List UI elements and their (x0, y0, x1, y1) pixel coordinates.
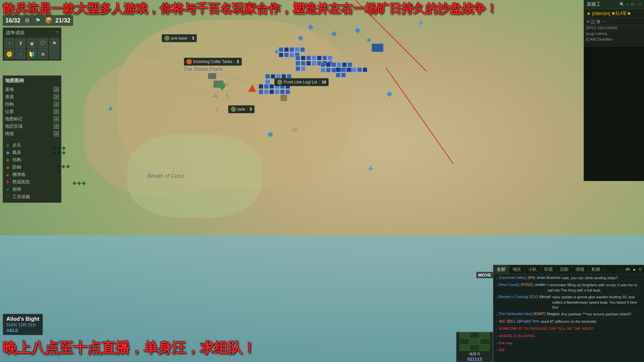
legend-check-intel[interactable]: ✓ (54, 131, 59, 136)
land-patch-3 (127, 134, 262, 218)
chat-tab-region[interactable]: 地区 (509, 265, 525, 274)
legend-check-position[interactable]: ✓ (54, 109, 59, 114)
unit-item-outpost: ● 前哨 (5, 186, 59, 193)
green-cluster-3[interactable] (72, 181, 89, 186)
map-number-1: 1 (216, 107, 218, 112)
unit-item-hospital: ✚ 野战医院 (5, 178, 59, 186)
blue-structure-1[interactable] (372, 44, 383, 52)
chat-msg-2-arrow: ↑ (495, 295, 497, 300)
chat-msg-1-arrow: ↑ (495, 283, 497, 288)
mini-cell-5 (470, 339, 479, 345)
ach-icon-7[interactable]: → (15, 49, 25, 59)
marker-icon-frontline: 📍 (277, 79, 282, 85)
chat-msg-0-player: Jester Busdriver (536, 276, 560, 280)
chat-msg-4-faction: [团队] (507, 319, 516, 324)
faction-icon-btn-4[interactable]: ⋯ (602, 19, 606, 24)
marker-arrow-collie: ↑ (234, 60, 236, 64)
ach-icon-2[interactable]: ⬆ (15, 38, 25, 48)
player-entry-2: [acg] nothing (584, 31, 644, 37)
diamond-10 (387, 92, 392, 97)
marker-front-line[interactable]: 📍 Front Line Logi Lst ↑ 14 (274, 78, 329, 86)
unit-cluster-blue-4[interactable] (335, 67, 369, 78)
legend-item-resource[interactable]: 资源 ✓ (5, 93, 59, 101)
unit-name-structure: 结构 (12, 157, 21, 163)
marker-pve-base[interactable]: 📍 pve base ↑ 3 (162, 34, 197, 42)
mini-map[interactable]: 角阵号 521113 (456, 332, 493, 362)
chat-msg-4-player: 1][Knight] Torre (517, 319, 539, 324)
chat-tab-logistics[interactable]: 后勤 (556, 265, 572, 274)
chat-tab-intel[interactable]: 情报 (572, 265, 588, 274)
diamond-2 (331, 31, 337, 37)
map-structure-1[interactable] (208, 73, 216, 79)
marker-label-collie: Incoming Collie Tanks (193, 59, 232, 64)
marker-tank[interactable]: 📍 tank ↑ 3 (228, 105, 255, 113)
legend-item-map-mark[interactable]: 地图标记 ✓ (5, 115, 59, 123)
chat-msg-1-player: conaller (534, 283, 546, 287)
faction-icon-row: ≡ ◫ ⊞ ⋯ (584, 18, 644, 25)
move-label: MOVE (476, 272, 493, 278)
war-achievement-help[interactable]: ? (56, 30, 58, 36)
ach-icon-9[interactable]: ★ (38, 49, 48, 59)
chat-msg-2-player: Allking4 (539, 295, 551, 299)
chat-msg-5-content: SOMEONE AT CH PASSAGE CAN TELL ME THE WI… (499, 326, 594, 331)
diamond-3 (355, 28, 361, 34)
ach-icon-3[interactable]: ◆ (27, 38, 37, 48)
legend-item-base[interactable]: 基地 ✓ (5, 86, 59, 93)
faction-icon-btn-2[interactable]: ◫ (591, 19, 595, 24)
chat-tab-all[interactable]: 全部 (493, 265, 509, 274)
chat-messages[interactable]: ↑ [Clanshead Valley] [WN] Jester Busdriv… (493, 274, 644, 353)
map-legend-title: 地图图例 (5, 78, 59, 84)
legend-check-region[interactable]: ✓ (54, 124, 59, 129)
faction-icon-btn-1[interactable]: ≡ (587, 19, 589, 24)
ach-icon-1[interactable]: ↑ (4, 38, 14, 48)
player-entry-1: [RPU] 1351418966 (584, 25, 644, 31)
chat-msg-0-faction: [WN] (528, 276, 535, 280)
chat-msg-8-arrow: ↑ (495, 348, 497, 353)
player-entry-3: [CAW] DearMan (584, 37, 644, 42)
chat-msg-5: ↑ SOMEONE AT CH PASSAGE CAN TELL ME THE … (493, 325, 644, 333)
war-achievement-header: 战争成就 ? (4, 29, 60, 37)
marker-arrow-frontline: ↑ (318, 80, 320, 84)
legend-check-map-mark[interactable]: ✓ (54, 116, 59, 122)
unit-icon-industry: ⬡ (5, 194, 10, 199)
legend-check-resource[interactable]: ✓ (54, 94, 59, 100)
chat-msg-3-location: [The Oarbreaker Isles] (499, 312, 532, 316)
faction-icon-btn-3[interactable]: ⊞ (596, 19, 600, 24)
map-structure-2[interactable] (280, 95, 287, 101)
chat-msg-5-arrow: ↑ (495, 326, 497, 331)
ach-icon-4[interactable]: 🛡 (38, 38, 48, 48)
chat-tab-army[interactable]: 军团 (541, 265, 556, 274)
legend-item-position[interactable]: 位置 ✓ (5, 108, 59, 115)
chat-tab-private[interactable]: 私聊 (588, 265, 604, 274)
marker-icon-pve: 📍 (164, 36, 170, 41)
ach-icon-8[interactable]: 🔰 (27, 49, 37, 59)
unit-icon-infantry: ◆ (5, 142, 10, 148)
unit-icon-vehicle: ◆ (5, 150, 10, 155)
chat-tab-controls: − 🎮 ● ⚙ (618, 265, 644, 274)
legend-item-intel[interactable]: 情报 ✓ (5, 130, 59, 137)
legend-item-structure[interactable]: 结构 ✓ (5, 101, 59, 108)
chat-ctrl-discord[interactable]: 🎮 (625, 266, 631, 273)
chat-tab-squad[interactable]: 小队 (525, 265, 541, 274)
ach-icon-5[interactable]: ⚑ (49, 38, 59, 48)
mini-cell-1 (460, 332, 469, 338)
mini-cell-6 (480, 339, 490, 345)
legend-check-base[interactable]: ✓ (54, 87, 59, 92)
unit-icon-defense: ◆ (5, 165, 10, 170)
chat-ctrl-minus[interactable]: − (620, 266, 623, 273)
legend-label-base: 基地 (5, 86, 14, 93)
legend-check-structure[interactable]: ✓ (54, 102, 59, 107)
unit-item-vehicle: ◆ 载具 (5, 149, 59, 156)
marker-icon-collie: 📍 (186, 59, 192, 64)
marker-incoming-collie[interactable]: 📍 Incoming Collie Tanks ↑ 2 (184, 58, 242, 66)
mini-cell-3 (480, 332, 490, 338)
mini-map-grid (460, 332, 490, 351)
unit-item-industry: ⬡ 工业设施 (5, 193, 59, 200)
legend-item-region[interactable]: 地区区域 ✓ (5, 123, 59, 130)
ach-icon-6[interactable]: ✊ (4, 49, 14, 59)
top-banner: 散兵坑是一款大型多人游戏，你将与千百名玩家合作，塑造并左右一场旷日持久的沙盘战争… (0, 0, 644, 17)
enemy-marker[interactable] (248, 84, 256, 92)
chat-msg-3-faction: [93ART] (533, 312, 546, 316)
chat-ctrl-settings[interactable]: ⚙ (638, 266, 643, 273)
bottom-banner: 晚上八点至十点直播，单身汪，求组队！ (0, 337, 259, 359)
